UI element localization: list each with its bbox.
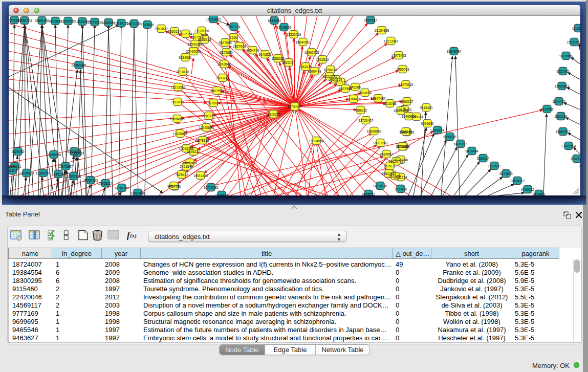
svg-text:1167534: 1167534 bbox=[571, 157, 580, 161]
svg-text:1546: 1546 bbox=[230, 36, 237, 39]
svg-text:7515526: 7515526 bbox=[141, 23, 154, 27]
svg-text:9146821: 9146821 bbox=[258, 53, 272, 56]
svg-text:17016504: 17016504 bbox=[561, 144, 576, 148]
svg-text:16154838: 16154838 bbox=[375, 29, 389, 32]
svg-text:1975692: 1975692 bbox=[396, 145, 409, 148]
svg-text:10654112: 10654112 bbox=[510, 179, 525, 183]
svg-text:12213369: 12213369 bbox=[171, 85, 186, 89]
svg-text:7485063: 7485063 bbox=[396, 68, 409, 71]
svg-text:16053809: 16053809 bbox=[206, 17, 221, 21]
svg-text:15716485: 15716485 bbox=[204, 186, 219, 189]
svg-text:1244415: 1244415 bbox=[552, 100, 565, 103]
svg-text:17957223: 17957223 bbox=[83, 179, 98, 182]
svg-text:9329966: 9329966 bbox=[559, 54, 573, 58]
svg-text:3624554: 3624554 bbox=[358, 91, 372, 95]
svg-text:9457791: 9457791 bbox=[167, 184, 181, 188]
svg-text:7357274: 7357274 bbox=[227, 25, 241, 29]
svg-text:12213967: 12213967 bbox=[384, 39, 399, 43]
svg-text:1535061: 1535061 bbox=[9, 165, 21, 168]
svg-text:18720407: 18720407 bbox=[359, 119, 374, 122]
svg-text:39114: 39114 bbox=[9, 169, 17, 172]
svg-text:1965196: 1965196 bbox=[399, 130, 412, 134]
svg-text:12505135: 12505135 bbox=[67, 174, 81, 178]
svg-text:9245652: 9245652 bbox=[521, 188, 534, 191]
svg-text:7625402: 7625402 bbox=[175, 173, 188, 177]
svg-text:9245052: 9245052 bbox=[362, 192, 375, 196]
svg-text:16120747: 16120747 bbox=[389, 160, 404, 163]
svg-text:9527508: 9527508 bbox=[219, 41, 232, 45]
svg-text:18724007: 18724007 bbox=[288, 105, 302, 108]
svg-text:7632621: 7632621 bbox=[488, 164, 501, 168]
svg-text:3498222: 3498222 bbox=[187, 150, 200, 154]
svg-text:6479197: 6479197 bbox=[454, 142, 467, 146]
svg-text:12156829: 12156829 bbox=[19, 171, 34, 175]
svg-text:21364436: 21364436 bbox=[346, 97, 361, 101]
svg-text:15278602: 15278602 bbox=[88, 20, 102, 24]
svg-text:9463546: 9463546 bbox=[49, 19, 62, 23]
svg-text:8454749: 8454749 bbox=[246, 49, 259, 52]
svg-text:12342737: 12342737 bbox=[36, 171, 51, 175]
svg-text:7663822: 7663822 bbox=[155, 27, 168, 31]
svg-text:10543382: 10543382 bbox=[188, 42, 203, 46]
svg-text:10807487: 10807487 bbox=[371, 97, 386, 100]
svg-text:11923448: 11923448 bbox=[130, 191, 145, 195]
svg-text:8267151: 8267151 bbox=[202, 114, 215, 118]
svg-text:6216088: 6216088 bbox=[383, 102, 397, 105]
svg-text:2718176: 2718176 bbox=[176, 70, 189, 74]
svg-text:15751074: 15751074 bbox=[567, 40, 580, 44]
svg-text:16782759: 16782759 bbox=[115, 186, 129, 190]
svg-text:6794028: 6794028 bbox=[324, 68, 337, 72]
svg-text:10975887: 10975887 bbox=[58, 165, 73, 168]
svg-text:1984023: 1984023 bbox=[68, 150, 81, 154]
svg-text:3875685: 3875685 bbox=[220, 51, 233, 54]
svg-text:917006: 917006 bbox=[208, 101, 219, 105]
svg-text:1615132: 1615132 bbox=[383, 164, 397, 168]
svg-text:19218506: 19218506 bbox=[277, 26, 292, 29]
svg-text:15692971: 15692971 bbox=[556, 130, 571, 134]
svg-text:8427552: 8427552 bbox=[210, 89, 224, 93]
svg-text:19654985: 19654985 bbox=[170, 117, 185, 121]
svg-text:10958117: 10958117 bbox=[98, 182, 113, 185]
svg-text:20053346: 20053346 bbox=[72, 63, 86, 67]
svg-text:1588520: 1588520 bbox=[271, 57, 285, 60]
svg-text:14055724: 14055724 bbox=[17, 19, 32, 23]
svg-text:1112345: 1112345 bbox=[572, 27, 580, 30]
svg-text:9474444: 9474444 bbox=[465, 149, 478, 153]
svg-text:(x): (x) bbox=[130, 232, 137, 239]
svg-text:8322037: 8322037 bbox=[282, 61, 295, 64]
svg-text:19384554: 19384554 bbox=[309, 139, 324, 143]
svg-text:6466160: 6466160 bbox=[102, 21, 115, 25]
svg-text:2451549: 2451549 bbox=[180, 165, 193, 168]
svg-text:5878332: 5878332 bbox=[196, 139, 209, 142]
svg-text:13325419: 13325419 bbox=[287, 33, 301, 36]
svg-text:1621064: 1621064 bbox=[554, 115, 568, 118]
svg-text:9699695: 9699695 bbox=[421, 122, 434, 125]
svg-text:18300295: 18300295 bbox=[61, 19, 76, 23]
svg-text:10973493: 10973493 bbox=[391, 54, 406, 57]
svg-text:16914479: 16914479 bbox=[193, 174, 208, 178]
svg-text:10025434: 10025434 bbox=[394, 109, 408, 113]
svg-text:22420046: 22420046 bbox=[186, 50, 201, 53]
svg-text:8215955: 8215955 bbox=[540, 107, 554, 111]
svg-text:9474411: 9474411 bbox=[533, 192, 546, 196]
svg-text:18640910: 18640910 bbox=[296, 40, 311, 44]
svg-text:8186328: 8186328 bbox=[198, 38, 211, 41]
svg-text:7386322: 7386322 bbox=[354, 108, 367, 112]
svg-text:16671355: 16671355 bbox=[127, 22, 142, 26]
svg-text:9115460: 9115460 bbox=[420, 106, 433, 110]
svg-text:1640954: 1640954 bbox=[431, 128, 444, 132]
svg-text:14099489: 14099489 bbox=[183, 161, 198, 165]
svg-text:1362615: 1362615 bbox=[299, 65, 312, 69]
svg-text:9227342: 9227342 bbox=[556, 70, 570, 73]
svg-text:9463627: 9463627 bbox=[400, 100, 413, 103]
svg-text:1010755: 1010755 bbox=[171, 100, 184, 104]
svg-text:19166827: 19166827 bbox=[173, 132, 188, 136]
svg-text:9242848: 9242848 bbox=[217, 62, 231, 66]
svg-text:9777169: 9777169 bbox=[334, 80, 347, 84]
svg-text:8990448: 8990448 bbox=[308, 70, 321, 73]
svg-text:12975115: 12975115 bbox=[399, 83, 413, 86]
svg-text:8912954: 8912954 bbox=[179, 32, 192, 36]
svg-text:16961758: 16961758 bbox=[304, 51, 319, 54]
svg-text:8938928: 8938928 bbox=[443, 135, 456, 139]
svg-text:1716448: 1716448 bbox=[215, 193, 228, 196]
